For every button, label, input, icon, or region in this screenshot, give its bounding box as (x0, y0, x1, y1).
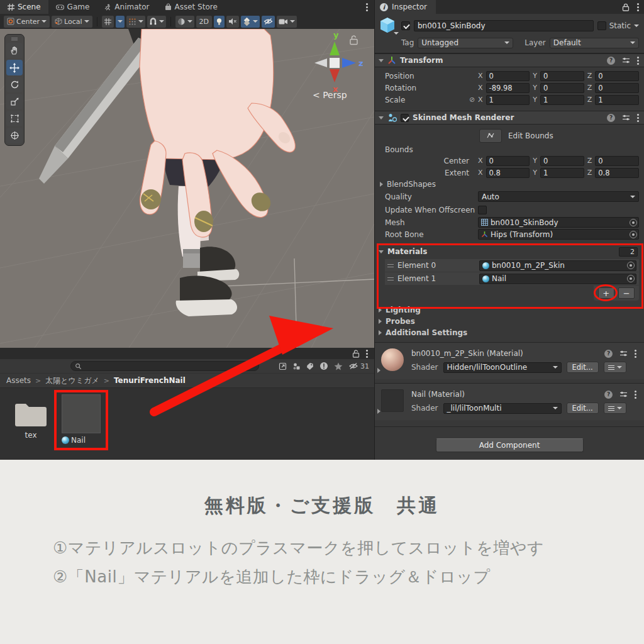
rect-tool-button[interactable] (6, 111, 23, 126)
extent-z-field[interactable]: 0.8 (595, 168, 639, 178)
lighting-toggle-button[interactable] (214, 16, 225, 28)
shader-dropdown[interactable]: _lil/lilToonMulti (443, 403, 562, 414)
extent-x-field[interactable]: 0.8 (486, 168, 530, 178)
help-icon[interactable]: ? (604, 391, 613, 399)
object-picker-icon[interactable] (627, 275, 635, 282)
mesh-field[interactable]: bn0010_SkinBody (478, 217, 639, 228)
static-checkbox[interactable] (597, 21, 606, 30)
grid-snap-button[interactable] (102, 16, 114, 28)
shader-list-button[interactable] (604, 402, 626, 414)
object-picker-icon[interactable] (627, 262, 635, 269)
gameobject-active-checkbox[interactable] (401, 21, 410, 30)
rotation-z-field[interactable]: 0 (595, 83, 639, 93)
root-bone-field[interactable]: Hips (Transform) (478, 229, 639, 240)
component-menu-icon[interactable] (635, 394, 636, 396)
space-mode-button[interactable]: Local (52, 16, 92, 28)
favorites-star-icon[interactable] (334, 362, 343, 370)
shader-edit-button[interactable]: Edit... (567, 402, 599, 414)
position-y-field[interactable]: 0 (540, 71, 584, 81)
material-element-row[interactable]: Element 0 bn0010_m_2P_Skin (385, 259, 639, 272)
static-dropdown-icon[interactable] (634, 25, 639, 27)
smr-header[interactable]: Skinned Mesh Renderer ? (375, 111, 644, 125)
component-menu-icon[interactable] (637, 60, 639, 62)
shader-dropdown[interactable]: Hidden/lilToonOutline (443, 362, 562, 373)
important-icon[interactable] (319, 362, 328, 370)
component-menu-icon[interactable] (637, 117, 639, 119)
rotate-tool-button[interactable] (6, 77, 23, 92)
scale-tool-button[interactable] (6, 94, 23, 109)
transform-tool-button[interactable] (6, 128, 23, 143)
transform-header[interactable]: Transform ? (375, 53, 644, 67)
scene-visibility-button[interactable] (262, 16, 275, 28)
gameobject-name-field[interactable]: bn0010_SkinBody (414, 20, 594, 31)
offscreen-checkbox[interactable] (478, 206, 487, 214)
hidden-count-group[interactable]: 31 (348, 362, 369, 370)
additional-settings-fold[interactable]: Additional Settings (375, 327, 644, 338)
snap-settings-button[interactable] (147, 16, 166, 28)
view-hand-tool-button[interactable] (6, 43, 23, 58)
layer-dropdown[interactable]: Default (550, 38, 639, 48)
position-x-field[interactable]: 0 (486, 71, 530, 81)
project-search-input[interactable] (70, 361, 259, 371)
tag-dropdown[interactable]: Untagged (418, 38, 513, 48)
tab-game[interactable]: Game (48, 0, 97, 14)
open-asset-icon[interactable] (279, 362, 287, 370)
search-by-label-icon[interactable] (306, 362, 314, 370)
breadcrumb-folder[interactable]: 太陽とウミガメ (45, 375, 99, 386)
quality-dropdown[interactable]: Auto (478, 191, 639, 202)
2d-mode-button[interactable]: 2D (196, 16, 212, 28)
move-tool-button[interactable] (6, 60, 23, 75)
camera-settings-button[interactable] (277, 16, 297, 28)
add-material-slot-button[interactable]: + (598, 287, 614, 299)
gameobject-cube-icon[interactable] (379, 16, 397, 35)
tab-scene[interactable]: Scene (0, 0, 48, 14)
breadcrumb-assets[interactable]: Assets (6, 376, 31, 385)
material-fold-icon[interactable] (377, 409, 380, 414)
rotation-x-field[interactable]: -89.98 (486, 83, 530, 93)
presets-icon[interactable] (619, 350, 628, 357)
help-icon[interactable]: ? (607, 114, 615, 122)
shader-list-button[interactable] (604, 362, 626, 373)
scale-y-field[interactable]: 1 (540, 95, 584, 105)
rotation-y-field[interactable]: 0 (540, 83, 584, 93)
help-icon[interactable]: ? (604, 350, 613, 358)
drag-handle-icon[interactable] (387, 277, 394, 280)
blendshapes-fold[interactable]: BlendShapes (375, 179, 644, 190)
scene-tab-menu-icon[interactable] (366, 6, 368, 8)
inspector-lock-icon[interactable] (622, 3, 630, 11)
element1-material-field[interactable]: Nail (479, 274, 636, 284)
grid-snap-dropdown[interactable] (116, 16, 125, 28)
object-picker-icon[interactable] (630, 231, 637, 238)
fold-arrow-icon[interactable] (379, 59, 384, 62)
inspector-menu-icon[interactable] (637, 6, 639, 8)
smr-enabled-checkbox[interactable] (401, 114, 409, 122)
presets-icon[interactable] (622, 114, 630, 121)
component-menu-icon[interactable] (635, 353, 636, 355)
palette-drag-handle[interactable] (6, 36, 23, 42)
presets-icon[interactable] (619, 391, 628, 398)
material-fold-icon[interactable] (377, 368, 380, 373)
asset-material-nail[interactable]: Nail (54, 390, 108, 450)
breadcrumb-current[interactable]: TenuriFrenchNail (114, 376, 186, 385)
position-z-field[interactable]: 0 (595, 71, 639, 81)
element0-material-field[interactable]: bn0010_m_2P_Skin (479, 260, 636, 271)
help-icon[interactable]: ? (607, 57, 615, 65)
constrain-proportions-icon[interactable]: ⊘ (469, 96, 478, 104)
shader-edit-button[interactable]: Edit... (567, 362, 599, 373)
remove-material-slot-button[interactable]: − (618, 287, 635, 299)
search-by-type-icon[interactable] (292, 362, 301, 370)
center-z-field[interactable]: 0 (595, 156, 639, 166)
add-component-button[interactable]: Add Component (436, 438, 584, 452)
increment-snap-button[interactable] (126, 16, 145, 28)
tab-animator[interactable]: Animator (97, 0, 157, 14)
extent-y-field[interactable]: 1 (540, 168, 584, 178)
center-y-field[interactable]: 0 (540, 156, 584, 166)
materials-header[interactable]: Materials 2 (375, 245, 644, 258)
presets-icon[interactable] (622, 57, 630, 64)
object-picker-icon[interactable] (630, 219, 637, 226)
edit-bounds-button[interactable] (479, 129, 502, 143)
effects-toggle-button[interactable] (241, 16, 260, 28)
lighting-fold[interactable]: Lighting (375, 304, 644, 316)
scale-z-field[interactable]: 1 (595, 95, 639, 105)
persp-label[interactable]: < Persp (313, 90, 347, 100)
